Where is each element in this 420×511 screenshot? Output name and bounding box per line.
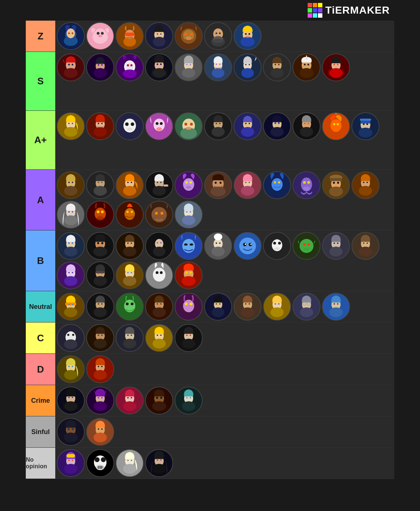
list-item[interactable]	[175, 22, 203, 50]
list-item[interactable]	[116, 232, 144, 260]
list-item[interactable]	[145, 293, 173, 321]
list-item[interactable]	[116, 53, 144, 81]
list-item[interactable]	[175, 171, 203, 199]
list-item[interactable]	[322, 53, 350, 81]
svg-point-263	[245, 243, 246, 245]
list-item[interactable]	[351, 171, 379, 199]
list-item[interactable]	[116, 324, 144, 352]
list-item[interactable]	[116, 171, 144, 199]
list-item[interactable]	[57, 112, 85, 140]
list-item[interactable]	[175, 53, 203, 81]
list-item[interactable]	[204, 112, 232, 140]
list-item[interactable]	[351, 232, 379, 260]
list-item[interactable]	[57, 53, 85, 81]
list-item[interactable]	[86, 449, 114, 477]
list-item[interactable]	[116, 22, 144, 50]
svg-point-236	[93, 247, 107, 257]
list-item[interactable]	[57, 418, 85, 446]
svg-point-85	[304, 64, 306, 66]
list-item[interactable]	[263, 171, 291, 199]
list-item[interactable]	[234, 22, 262, 50]
list-item[interactable]	[204, 22, 232, 50]
list-item[interactable]	[175, 293, 203, 321]
list-item[interactable]	[116, 112, 144, 140]
list-item[interactable]	[175, 387, 203, 415]
list-item[interactable]	[175, 324, 203, 352]
logo-cell-3	[318, 3, 322, 7]
list-item[interactable]	[86, 53, 114, 81]
list-item[interactable]	[57, 449, 85, 477]
list-item[interactable]	[57, 324, 85, 352]
list-item[interactable]	[145, 449, 173, 477]
list-item[interactable]	[175, 261, 203, 289]
list-item[interactable]	[293, 53, 321, 81]
list-item[interactable]	[116, 201, 144, 229]
list-item[interactable]	[234, 232, 262, 260]
list-item[interactable]	[57, 387, 85, 415]
list-item[interactable]	[263, 232, 291, 260]
list-item[interactable]	[86, 201, 114, 229]
list-item[interactable]	[116, 293, 144, 321]
list-item[interactable]	[175, 201, 203, 229]
list-item[interactable]	[86, 22, 114, 50]
list-item[interactable]	[322, 293, 350, 321]
list-item[interactable]	[293, 293, 321, 321]
list-item[interactable]	[86, 387, 114, 415]
tier-label-a: A	[26, 170, 55, 230]
list-item[interactable]	[322, 112, 350, 140]
list-item[interactable]	[116, 387, 144, 415]
list-item[interactable]	[116, 449, 144, 477]
list-item[interactable]	[86, 418, 114, 446]
svg-point-99	[94, 127, 107, 137]
list-item[interactable]	[234, 112, 262, 140]
list-item[interactable]	[145, 171, 173, 199]
list-item[interactable]	[175, 112, 203, 140]
list-item[interactable]	[145, 261, 173, 289]
list-item[interactable]	[57, 261, 85, 289]
list-item[interactable]	[57, 22, 85, 50]
list-item[interactable]	[145, 387, 173, 415]
list-item[interactable]	[86, 324, 114, 352]
list-item[interactable]	[293, 232, 321, 260]
list-item[interactable]	[263, 53, 291, 81]
list-item[interactable]	[145, 22, 173, 50]
svg-point-65	[186, 64, 188, 66]
list-item[interactable]	[204, 232, 232, 260]
list-item[interactable]	[145, 112, 173, 140]
list-item[interactable]	[86, 261, 114, 289]
list-item[interactable]	[234, 293, 262, 321]
list-item[interactable]	[263, 112, 291, 140]
list-item[interactable]	[57, 171, 85, 199]
list-item[interactable]	[145, 324, 173, 352]
list-item[interactable]	[322, 171, 350, 199]
list-item[interactable]	[86, 112, 114, 140]
list-item[interactable]	[234, 53, 262, 81]
list-item[interactable]	[351, 112, 379, 140]
list-item[interactable]	[86, 232, 114, 260]
list-item[interactable]	[204, 53, 232, 81]
svg-point-38	[245, 33, 247, 35]
svg-point-200	[337, 182, 339, 184]
svg-point-348	[278, 303, 280, 305]
list-item[interactable]	[86, 293, 114, 321]
list-item[interactable]	[57, 293, 85, 321]
list-item[interactable]	[263, 293, 291, 321]
list-item[interactable]	[293, 112, 321, 140]
list-item[interactable]	[145, 232, 173, 260]
svg-point-282	[359, 247, 372, 257]
list-item[interactable]	[57, 232, 85, 260]
list-item[interactable]	[57, 201, 85, 229]
list-item[interactable]	[293, 171, 321, 199]
svg-point-174	[186, 186, 191, 189]
list-item[interactable]	[145, 53, 173, 81]
list-item[interactable]	[175, 232, 203, 260]
list-item[interactable]	[204, 293, 232, 321]
list-item[interactable]	[145, 201, 173, 229]
list-item[interactable]	[57, 355, 85, 383]
list-item[interactable]	[234, 171, 262, 199]
list-item[interactable]	[86, 355, 114, 383]
list-item[interactable]	[86, 171, 114, 199]
list-item[interactable]	[116, 261, 144, 289]
list-item[interactable]	[322, 232, 350, 260]
list-item[interactable]	[204, 171, 232, 199]
